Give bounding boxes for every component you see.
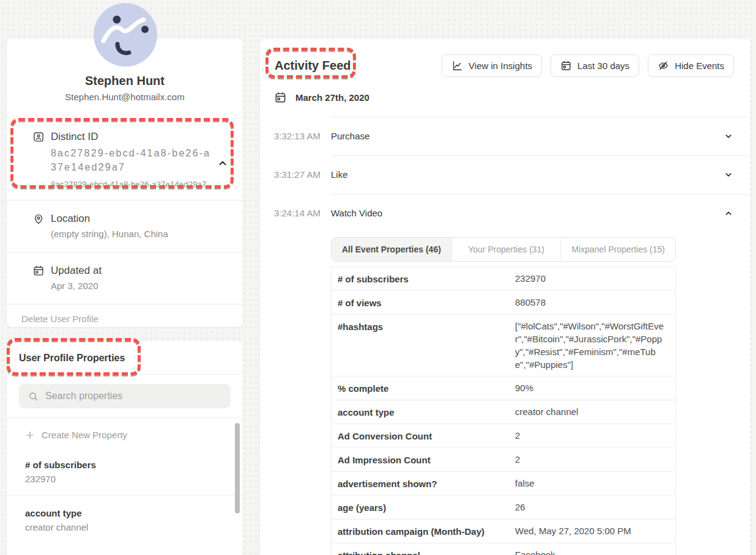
updated-at-label: Updated at <box>51 264 228 278</box>
event-name: Like <box>331 169 348 180</box>
row-name: # of subscribers <box>338 272 509 285</box>
property-value: 232970 <box>25 472 224 485</box>
chevron-up-icon[interactable] <box>723 208 734 219</box>
avatar <box>93 2 158 67</box>
profile-card: Stephen Hunt Stephen.Hunt@hotmailx.com D… <box>6 38 243 328</box>
event-time: 3:24:14 AM <box>274 208 331 218</box>
table-row: attribution channel Facebook <box>332 543 675 555</box>
line-chart-icon <box>451 60 463 72</box>
profile-email: Stephen.Hunt@hotmailx.com <box>19 92 231 102</box>
table-row: advertisement shown? false <box>332 472 675 496</box>
row-value: 880578 <box>515 296 669 309</box>
property-value: creator channel <box>25 521 224 534</box>
table-row: Ad Impression Count 2 <box>332 448 675 472</box>
properties-search-row <box>7 374 243 417</box>
chevron-up-icon <box>216 156 229 170</box>
plus-icon <box>25 430 35 440</box>
table-row: age (years) 26 <box>332 496 675 520</box>
row-name: attribution channel <box>338 548 509 555</box>
user-profile-properties-title: User Profile Properties <box>7 340 243 374</box>
properties-list: Create New Property # of subscribers 232… <box>7 417 243 543</box>
view-in-insights-label: View in Insights <box>469 61 532 71</box>
chevron-down-icon[interactable] <box>723 131 734 142</box>
create-new-property-button[interactable]: Create New Property <box>7 418 243 447</box>
row-name: age (years) <box>338 501 509 514</box>
row-value: creator channel <box>515 405 669 418</box>
tab-mixpanel-properties[interactable]: Mixpanel Properties (15) <box>560 238 675 261</box>
property-item[interactable]: # of subscribers 232970 <box>7 447 243 495</box>
line-chart-face-icon <box>93 2 158 67</box>
properties-scrollbar[interactable] <box>235 423 240 513</box>
table-row: # of subscribers 232970 <box>332 267 675 291</box>
property-item[interactable]: account type creator channel <box>7 495 243 543</box>
date-range-label: Last 30 days <box>577 61 629 71</box>
location-label: Location <box>51 212 228 226</box>
table-row: #hashtags ["#lolCats","#Wilson","#WorstG… <box>332 315 675 377</box>
row-name: #hashtags <box>338 320 509 333</box>
distinct-id-subvalue: 8ac27829-ebcd-41a8-be26-a37e14ed29a7 <box>51 180 228 189</box>
user-profile-properties-card: User Profile Properties Create New Prope… <box>6 340 243 555</box>
row-name: Ad Impression Count <box>338 453 509 466</box>
event-properties-table: # of subscribers 232970 # of views 88057… <box>331 266 676 555</box>
calendar-icon <box>560 60 572 72</box>
calendar-icon <box>274 91 287 104</box>
event-row[interactable]: 3:32:13 AM Purchase <box>260 117 750 155</box>
view-in-insights-button[interactable]: View in Insights <box>442 54 542 77</box>
row-name: account type <box>338 405 509 419</box>
search-box <box>19 384 231 408</box>
row-value: Wed, May 27, 2020 5:00 PM <box>515 524 669 537</box>
row-name: attribution campaign (Month-Day) <box>338 524 509 538</box>
delete-user-profile-button[interactable]: Delete User Profile <box>7 304 243 333</box>
tab-your-properties[interactable]: Your Properties (31) <box>451 238 561 261</box>
profile-name: Stephen Hunt <box>19 73 231 89</box>
activity-feed-header: Activity Feed View in Insights <box>260 39 750 78</box>
chevron-down-icon[interactable] <box>723 169 734 180</box>
row-name: advertisement shown? <box>338 477 509 490</box>
eye-slash-icon <box>658 60 669 72</box>
event-list: 3:32:13 AM Purchase 3:31:27 AM Like 3:24… <box>260 117 750 555</box>
event-row[interactable]: 3:31:27 AM Like <box>260 155 750 194</box>
activity-feed-title: Activity Feed <box>274 53 350 78</box>
row-name: # of views <box>338 296 509 309</box>
row-value: Facebook <box>515 548 669 555</box>
id-badge-icon <box>32 131 45 143</box>
event-time: 3:31:27 AM <box>274 169 331 180</box>
distinct-id-collapse-button[interactable] <box>216 156 229 170</box>
date-range-button[interactable]: Last 30 days <box>550 54 639 77</box>
table-row: Ad Conversion Count 2 <box>332 424 675 448</box>
distinct-id-label: Distinct ID <box>51 130 228 144</box>
hide-events-label: Hide Events <box>675 61 724 71</box>
property-name: # of subscribers <box>25 458 224 471</box>
tab-all-event-properties[interactable]: All Event Properties (46) <box>332 238 451 261</box>
row-value: 26 <box>515 501 669 513</box>
event-detail-panel: All Event Properties (46) Your Propertie… <box>331 237 676 555</box>
activity-feed-card: Activity Feed View in Insights <box>259 38 751 555</box>
activity-feed-actions: View in Insights Last 30 days <box>442 54 734 77</box>
event-time: 3:32:13 AM <box>274 131 331 141</box>
table-row: # of views 880578 <box>332 291 675 315</box>
map-pin-icon <box>32 213 45 225</box>
updated-at-section: Updated at Apr 3, 2020 <box>7 252 243 304</box>
feed-date-header: March 27th, 2020 <box>274 91 750 104</box>
row-name: Ad Conversion Count <box>338 429 509 443</box>
distinct-id-section: Distinct ID 8ac27829-ebcd-41a8-be26-a37e… <box>7 118 243 200</box>
event-row-expanded[interactable]: 3:24:14 AM Watch Video <box>260 194 750 232</box>
row-value: 232970 <box>515 272 669 285</box>
page: Stephen Hunt Stephen.Hunt@hotmailx.com D… <box>0 0 756 555</box>
row-value: 2 <box>515 453 669 466</box>
event-name: Purchase <box>331 131 369 141</box>
feed-date-label: March 27th, 2020 <box>295 92 369 103</box>
location-section: Location (empty string), Hunan, China <box>7 200 243 252</box>
search-properties-input[interactable] <box>45 391 222 402</box>
table-row: attribution campaign (Month-Day) Wed, Ma… <box>332 520 675 543</box>
calendar-icon <box>32 265 45 277</box>
table-row: account type creator channel <box>332 400 675 424</box>
create-new-property-label: Create New Property <box>42 430 127 440</box>
distinct-id-value: 8ac27829-ebcd-41a8-be26-a37e14ed29a7 <box>51 146 217 174</box>
event-name: Watch Video <box>331 208 382 218</box>
hide-events-button[interactable]: Hide Events <box>648 54 734 77</box>
updated-at-value: Apr 3, 2020 <box>51 279 228 293</box>
row-value: ["#lolCats","#Wilson","#WorstGiftEver","… <box>515 320 669 371</box>
property-name: account type <box>25 507 224 520</box>
row-name: % complete <box>338 381 509 395</box>
